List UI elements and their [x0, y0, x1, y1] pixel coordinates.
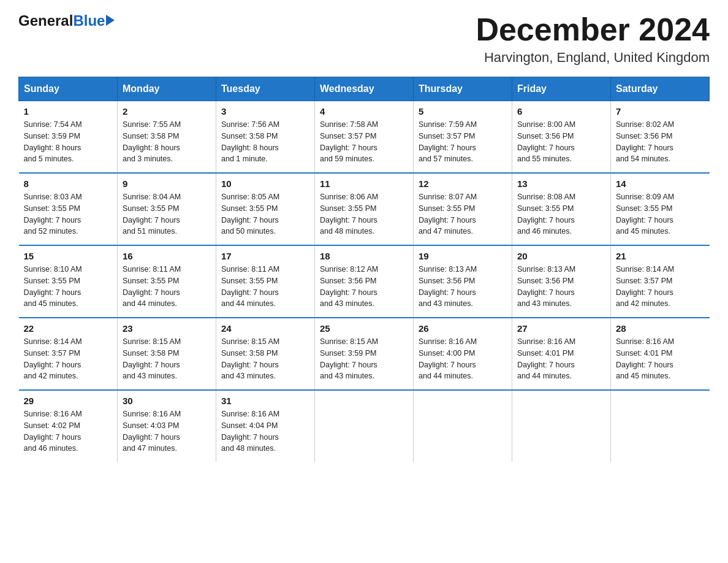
calendar-cell: [315, 390, 414, 462]
weekday-header-saturday: Saturday: [611, 77, 710, 101]
day-number: 15: [24, 251, 113, 261]
calendar-cell: 23Sunrise: 8:15 AMSunset: 3:58 PMDayligh…: [118, 318, 216, 390]
calendar-cell: 21Sunrise: 8:14 AMSunset: 3:57 PMDayligh…: [611, 245, 710, 318]
day-info: Sunrise: 8:07 AMSunset: 3:55 PMDaylight:…: [419, 191, 507, 237]
day-info: Sunrise: 8:02 AMSunset: 3:56 PMDaylight:…: [616, 119, 705, 165]
calendar-cell: 3Sunrise: 7:56 AMSunset: 3:58 PMDaylight…: [216, 101, 315, 174]
calendar-cell: 14Sunrise: 8:09 AMSunset: 3:55 PMDayligh…: [611, 173, 710, 245]
day-number: 30: [123, 396, 211, 406]
day-number: 2: [123, 106, 211, 117]
day-number: 22: [24, 323, 113, 334]
day-info: Sunrise: 8:16 AMSunset: 4:00 PMDaylight:…: [419, 336, 507, 382]
calendar-cell: 28Sunrise: 8:16 AMSunset: 4:01 PMDayligh…: [611, 318, 710, 390]
weekday-header-sunday: Sunday: [19, 77, 118, 101]
day-info: Sunrise: 8:13 AMSunset: 3:56 PMDaylight:…: [419, 264, 507, 310]
calendar-cell: 9Sunrise: 8:04 AMSunset: 3:55 PMDaylight…: [118, 173, 216, 245]
calendar-cell: 5Sunrise: 7:59 AMSunset: 3:57 PMDaylight…: [414, 101, 512, 174]
day-info: Sunrise: 8:15 AMSunset: 3:59 PMDaylight:…: [320, 336, 408, 382]
day-number: 16: [123, 251, 211, 261]
day-info: Sunrise: 8:09 AMSunset: 3:55 PMDaylight:…: [616, 191, 705, 237]
calendar-cell: 13Sunrise: 8:08 AMSunset: 3:55 PMDayligh…: [512, 173, 611, 245]
calendar-cell: 6Sunrise: 8:00 AMSunset: 3:56 PMDaylight…: [512, 101, 611, 174]
day-number: 9: [123, 178, 211, 189]
day-number: 29: [24, 396, 113, 406]
day-number: 17: [221, 251, 309, 261]
calendar-header: SundayMondayTuesdayWednesdayThursdayFrid…: [19, 77, 710, 101]
calendar-cell: [414, 390, 512, 462]
calendar-week-row: 1Sunrise: 7:54 AMSunset: 3:59 PMDaylight…: [19, 101, 710, 174]
calendar-cell: 4Sunrise: 7:58 AMSunset: 3:57 PMDaylight…: [315, 101, 414, 174]
weekday-header-wednesday: Wednesday: [315, 77, 414, 101]
day-number: 14: [616, 178, 705, 189]
day-number: 19: [419, 251, 507, 261]
day-number: 24: [221, 323, 309, 334]
calendar-cell: 18Sunrise: 8:12 AMSunset: 3:56 PMDayligh…: [315, 245, 414, 318]
day-number: 1: [24, 106, 113, 117]
day-number: 10: [221, 178, 309, 189]
logo-general-text: General: [18, 12, 73, 29]
day-number: 6: [517, 106, 605, 117]
day-info: Sunrise: 8:04 AMSunset: 3:55 PMDaylight:…: [123, 191, 211, 237]
day-number: 18: [320, 251, 408, 261]
day-info: Sunrise: 8:15 AMSunset: 3:58 PMDaylight:…: [123, 336, 211, 382]
day-number: 31: [221, 396, 309, 406]
weekday-header-monday: Monday: [118, 77, 216, 101]
day-info: Sunrise: 8:13 AMSunset: 3:56 PMDaylight:…: [517, 264, 605, 310]
calendar-cell: 7Sunrise: 8:02 AMSunset: 3:56 PMDaylight…: [611, 101, 710, 174]
month-title: December 2024: [476, 12, 710, 47]
day-info: Sunrise: 8:00 AMSunset: 3:56 PMDaylight:…: [517, 119, 605, 165]
calendar-cell: 19Sunrise: 8:13 AMSunset: 3:56 PMDayligh…: [414, 245, 512, 318]
svg-marker-0: [106, 15, 115, 26]
calendar-cell: 16Sunrise: 8:11 AMSunset: 3:55 PMDayligh…: [118, 245, 216, 318]
day-number: 20: [517, 251, 605, 261]
day-info: Sunrise: 7:58 AMSunset: 3:57 PMDaylight:…: [320, 119, 408, 165]
title-area: December 2024 Harvington, England, Unite…: [476, 12, 710, 66]
day-info: Sunrise: 8:16 AMSunset: 4:03 PMDaylight:…: [123, 408, 211, 454]
calendar-week-row: 29Sunrise: 8:16 AMSunset: 4:02 PMDayligh…: [19, 390, 710, 462]
day-number: 8: [24, 178, 113, 189]
day-info: Sunrise: 8:08 AMSunset: 3:55 PMDaylight:…: [517, 191, 605, 237]
weekday-header-thursday: Thursday: [414, 77, 512, 101]
calendar-cell: 2Sunrise: 7:55 AMSunset: 3:58 PMDaylight…: [118, 101, 216, 174]
day-number: 4: [320, 106, 408, 117]
calendar-cell: 25Sunrise: 8:15 AMSunset: 3:59 PMDayligh…: [315, 318, 414, 390]
day-info: Sunrise: 8:10 AMSunset: 3:55 PMDaylight:…: [24, 264, 113, 310]
day-number: 25: [320, 323, 408, 334]
weekday-header-friday: Friday: [512, 77, 611, 101]
calendar-cell: 17Sunrise: 8:11 AMSunset: 3:55 PMDayligh…: [216, 245, 315, 318]
calendar-cell: 29Sunrise: 8:16 AMSunset: 4:02 PMDayligh…: [19, 390, 118, 462]
day-number: 23: [123, 323, 211, 334]
calendar-cell: 10Sunrise: 8:05 AMSunset: 3:55 PMDayligh…: [216, 173, 315, 245]
calendar-body: 1Sunrise: 7:54 AMSunset: 3:59 PMDaylight…: [19, 101, 710, 462]
weekday-header-tuesday: Tuesday: [216, 77, 315, 101]
calendar-cell: 20Sunrise: 8:13 AMSunset: 3:56 PMDayligh…: [512, 245, 611, 318]
day-number: 5: [419, 106, 507, 117]
day-info: Sunrise: 8:11 AMSunset: 3:55 PMDaylight:…: [123, 264, 211, 310]
day-number: 3: [221, 106, 309, 117]
day-info: Sunrise: 8:15 AMSunset: 3:58 PMDaylight:…: [221, 336, 309, 382]
calendar-table: SundayMondayTuesdayWednesdayThursdayFrid…: [18, 77, 710, 462]
calendar-cell: 12Sunrise: 8:07 AMSunset: 3:55 PMDayligh…: [414, 173, 512, 245]
calendar-cell: 27Sunrise: 8:16 AMSunset: 4:01 PMDayligh…: [512, 318, 611, 390]
calendar-cell: 22Sunrise: 8:14 AMSunset: 3:57 PMDayligh…: [19, 318, 118, 390]
day-number: 11: [320, 178, 408, 189]
day-info: Sunrise: 7:59 AMSunset: 3:57 PMDaylight:…: [419, 119, 507, 165]
calendar-week-row: 15Sunrise: 8:10 AMSunset: 3:55 PMDayligh…: [19, 245, 710, 318]
day-info: Sunrise: 8:16 AMSunset: 4:02 PMDaylight:…: [24, 408, 113, 454]
day-number: 26: [419, 323, 507, 334]
day-info: Sunrise: 8:16 AMSunset: 4:01 PMDaylight:…: [616, 336, 705, 382]
day-number: 12: [419, 178, 507, 189]
day-number: 21: [616, 251, 705, 261]
day-info: Sunrise: 7:54 AMSunset: 3:59 PMDaylight:…: [24, 119, 113, 165]
day-number: 7: [616, 106, 705, 117]
weekday-header-row: SundayMondayTuesdayWednesdayThursdayFrid…: [19, 77, 710, 101]
day-info: Sunrise: 8:16 AMSunset: 4:04 PMDaylight:…: [221, 408, 309, 454]
calendar-week-row: 22Sunrise: 8:14 AMSunset: 3:57 PMDayligh…: [19, 318, 710, 390]
day-info: Sunrise: 8:12 AMSunset: 3:56 PMDaylight:…: [320, 264, 408, 310]
day-info: Sunrise: 8:05 AMSunset: 3:55 PMDaylight:…: [221, 191, 309, 237]
day-number: 28: [616, 323, 705, 334]
day-info: Sunrise: 7:56 AMSunset: 3:58 PMDaylight:…: [221, 119, 309, 165]
logo-area: GeneralBlue: [18, 12, 115, 29]
calendar-cell: 11Sunrise: 8:06 AMSunset: 3:55 PMDayligh…: [315, 173, 414, 245]
calendar-cell: 8Sunrise: 8:03 AMSunset: 3:55 PMDaylight…: [19, 173, 118, 245]
